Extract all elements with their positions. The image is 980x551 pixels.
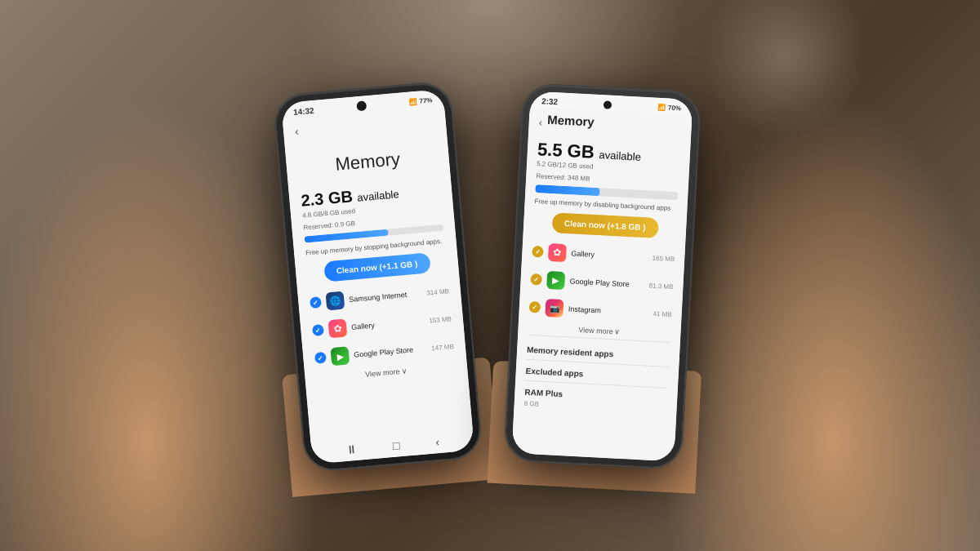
p2-app-2-check[interactable]: [530, 273, 542, 285]
phone-2-status-icons: 📶 70%: [657, 103, 681, 112]
chevron-down-icon-2: ∨: [614, 327, 621, 335]
p2-app-2-name: Google Play Store: [569, 277, 644, 289]
table-row: ▶ Google Play Store 81.3 MB: [530, 267, 674, 297]
excluded-apps-label: Excluded apps: [526, 366, 669, 382]
phone-2-content: ‹ Memory 5.5 GB available 5.2 GB/12 GB u…: [512, 106, 693, 461]
phone-1-content: ‹ Memory 2.3 GB available 4.8 GB/8 GB us…: [283, 104, 473, 441]
app-3-check[interactable]: [314, 351, 327, 363]
phone-1-screen: 14:32 📶 77% ‹ Memory 2.3 GB available: [281, 89, 474, 464]
p2-app-3-size: 41 MB: [653, 309, 672, 318]
phone-2-back[interactable]: ‹: [538, 116, 542, 128]
app-1-check[interactable]: [310, 296, 322, 309]
p2-play-store-icon: ▶: [546, 270, 565, 289]
battery-icon: 77%: [419, 96, 433, 104]
home-icon[interactable]: □: [392, 438, 400, 452]
phone-1-progress-fill: [304, 229, 388, 242]
table-row: 📷 Instagram 41 MB: [528, 295, 672, 325]
gallery-icon: ✿: [327, 318, 347, 338]
phone-1-title: Memory: [297, 145, 439, 179]
back-icon[interactable]: ‹: [435, 435, 440, 448]
phone-1-back[interactable]: ‹: [294, 113, 434, 138]
app-1-name: Samsung Internet: [349, 289, 422, 304]
p2-app-1-size: 165 MB: [652, 254, 675, 262]
table-row: ✿ Gallery 165 MB: [532, 239, 675, 269]
phone-2-free-up-text: Free up memory by disabling background a…: [534, 198, 677, 212]
app-3-name: Google Play Store: [354, 344, 427, 359]
p2-app-3-name: Instagram: [568, 304, 648, 317]
phone-1-clean-button[interactable]: Clean now (+1.1 GB ): [323, 252, 431, 282]
signal-icon-2: 📶: [657, 103, 666, 111]
phone-1-app-list: 🌐 Samsung Internet 314 MB ✿ Gallery 153 …: [309, 279, 455, 370]
phone-1-status-icons: 📶 77%: [408, 96, 433, 104]
scene: 14:32 📶 77% ‹ Memory 2.3 GB available: [0, 0, 980, 551]
play-store-icon: ▶: [330, 346, 350, 366]
app-2-name: Gallery: [351, 317, 425, 331]
phone-2-reserved-info: Reserved: 348 MB: [536, 172, 679, 187]
phone-1: 14:32 📶 77% ‹ Memory 2.3 GB available: [274, 82, 481, 471]
phone-2-header: ‹ Memory: [538, 112, 682, 140]
signal-icon: 📶: [408, 97, 417, 105]
phone-2-progress-bar: [535, 184, 678, 200]
app-3-size: 147 MB: [431, 342, 454, 351]
phone-2: 2:32 📶 70% ‹ Memory 5.5 GB avail: [505, 84, 700, 469]
phone-2-progress-fill: [535, 184, 599, 196]
phone-2-clean-button[interactable]: Clean now (+1.8 GB ): [551, 212, 658, 238]
battery-icon-2: 70%: [668, 104, 681, 112]
phone-2-screen: 2:32 📶 70% ‹ Memory 5.5 GB avail: [512, 91, 693, 461]
app-2-size: 153 MB: [429, 314, 452, 323]
phone-2-app-list: ✿ Gallery 165 MB ▶ Google Play Store 81.…: [528, 239, 675, 325]
p2-app-3-check[interactable]: [529, 300, 541, 313]
phone-2-time: 2:32: [541, 96, 559, 106]
chevron-down-icon: ∨: [401, 367, 408, 375]
memory-resident-label: Memory resident apps: [527, 344, 670, 361]
p2-instagram-icon: 📷: [545, 298, 564, 317]
samsung-internet-icon: 🌐: [326, 291, 345, 310]
phone-2-title: Memory: [547, 112, 595, 128]
phone-2-shell: 2:32 📶 70% ‹ Memory 5.5 GB avail: [505, 84, 700, 469]
phone-1-time: 14:32: [293, 105, 314, 116]
app-2-check[interactable]: [312, 323, 324, 335]
recent-apps-icon[interactable]: ⏸: [345, 442, 358, 455]
app-1-size: 314 MB: [426, 287, 449, 295]
phone-1-notch: [356, 100, 367, 111]
p2-gallery-icon: ✿: [548, 243, 567, 262]
p2-app-1-name: Gallery: [571, 249, 648, 261]
phone-2-notch: [604, 100, 612, 109]
phone-1-shell: 14:32 📶 77% ‹ Memory 2.3 GB available: [274, 82, 481, 471]
p2-app-1-check[interactable]: [532, 245, 544, 257]
p2-app-2-size: 81.3 MB: [648, 282, 673, 291]
